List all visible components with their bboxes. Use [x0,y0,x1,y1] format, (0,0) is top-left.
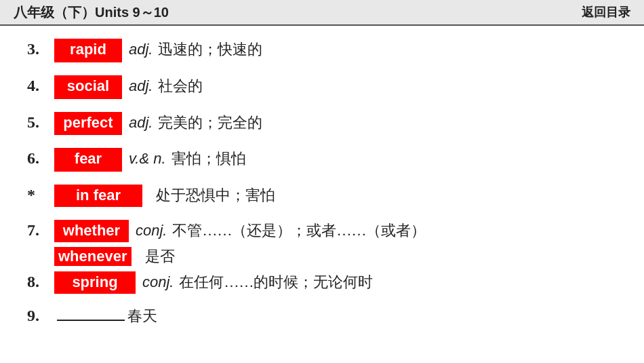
vocab-item-8: 8. spring conj. 在任何……的时候；无论何时 [27,271,617,294]
pos-spring: conj. [142,272,174,293]
item-7-line1: 7. whether conj. 不管……（还是）；或者……（或者） [27,219,617,242]
pos-whether: conj. [136,221,167,242]
word-social: social [54,75,122,99]
def-partial-9: 春天 [127,306,157,326]
item-number-3: 3. [27,38,54,61]
vocab-item-3: 3. rapid adj. 迅速的；快速的 [27,38,617,62]
pos-social: adj. [129,76,153,97]
pos-fear: v.& n. [129,149,166,170]
vocab-item-7: 7. whether conj. 不管……（还是）；或者……（或者） whene… [27,219,617,267]
item-number-5: 5. [27,111,54,134]
item-number-6: 6. [27,147,54,170]
word-in-fear: in fear [54,185,142,207]
item-number-8: 8. [27,271,54,294]
def-rapid: 迅速的；快速的 [158,39,262,60]
vocab-item-6: 6. fear v.& n. 害怕；惧怕 [27,147,617,172]
word-blank-9 [57,320,125,321]
word-rapid: rapid [54,39,122,62]
phrase-star: * [27,184,54,207]
item-number-4: 4. [27,75,54,98]
word-spring: spring [54,271,136,294]
vocab-item-5: 5. perfect adj. 完美的；完全的 [27,111,617,136]
pos-rapid: adj. [129,39,153,60]
item-number-7: 7. [27,219,54,242]
def-fear: 害怕；惧怕 [172,149,246,170]
def-spring: 在任何……的时候；无论何时 [179,272,373,293]
pos-perfect: adj. [129,113,153,134]
phrase-in-fear: * in fear 处于恐惧中；害怕 [27,184,617,207]
vocab-item-9-partial: 9. 春天 [27,306,617,326]
word-whenever: whenever [54,247,132,266]
word-fear: fear [54,148,122,172]
back-button[interactable]: 返回目录 [582,4,630,20]
def-social: 社会的 [158,76,203,97]
def-whether-2: 是否 [145,246,175,267]
def-whether-1: 不管……（还是）；或者……（或者） [172,221,426,242]
item-7-line2: whenever 是否 [54,246,617,267]
item-number-9: 9. [27,307,54,325]
content-area: 3. rapid adj. 迅速的；快速的 4. social adj. 社会的… [0,26,644,333]
word-perfect: perfect [54,112,122,136]
word-whether: whether [54,220,129,242]
header-title: 八年级（下）Units 9～10 [14,3,169,22]
def-perfect: 完美的；完全的 [158,113,262,134]
vocab-item-4: 4. social adj. 社会的 [27,75,617,99]
def-in-fear: 处于恐惧中；害怕 [156,185,275,206]
header: 八年级（下）Units 9～10 返回目录 [0,0,644,26]
